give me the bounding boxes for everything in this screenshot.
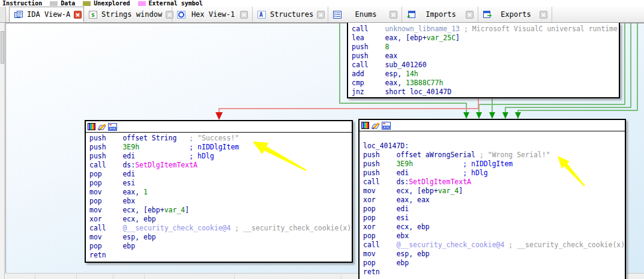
data-color-swatch [50,1,58,6]
tab-label: Enums [342,10,390,19]
asm-line[interactable]: call @__security_check_cookie@4 ; __secu… [89,224,352,233]
tab-exports[interactable]: Exports [478,7,552,22]
group-node-icon[interactable] [108,123,117,131]
unexplored-color-swatch [83,1,91,6]
svg-text:': ' [95,11,97,15]
asm-line[interactable]: xor eax, eax [363,196,625,205]
close-icon[interactable] [540,11,547,19]
tab-label: Imports [416,10,466,19]
tab-structures[interactable]: A Structures [253,7,328,22]
legend-item-instruction: Instruction [2,0,42,7]
asm-line[interactable]: lea eax, [ebp+var_25C] [352,34,619,43]
asm-line[interactable]: pop ebp [89,242,352,251]
legend-item-data: Data [50,0,75,7]
asm-line[interactable]: pop edi [363,205,625,214]
legend-label: Unexplored [94,0,130,7]
asm-line[interactable]: mov esp, ebp [89,233,352,242]
asm-line[interactable]: mov ecx, [ebp+var_4] [363,187,625,196]
asm-line[interactable]: xor ecx, ebp [89,215,352,224]
asm-line[interactable]: mov ecx, [ebp+var_4] [89,206,352,215]
enums-icon [333,10,342,19]
close-icon[interactable] [466,11,474,19]
node-header [86,121,352,133]
exports-icon [483,10,492,19]
asm-line[interactable]: pop ebx [363,232,625,241]
graph-node-entry[interactable]: call unknown_libname_13 ; Microsoft Visu… [347,23,620,98]
legend-item-unexplored: Unexplored [83,0,130,7]
asm-line[interactable]: retn [89,251,352,260]
tab-label: Hex View-1 [186,10,240,19]
close-icon[interactable] [240,11,248,19]
legend-label: Data [61,0,75,7]
tab-label: Exports [492,10,540,19]
group-node-icon[interactable] [382,122,391,130]
asm-line[interactable]: push 3E9h ; nIDDlgItem [363,160,625,169]
asm-line[interactable]: pop ebx [89,197,352,206]
color-legend-bar: Instruction Data Unexplored External sym… [0,0,644,7]
node-color-palette-icon[interactable] [361,122,369,129]
asm-line[interactable]: push edi ; hDlg [363,169,625,178]
tab-scroll-stub[interactable] [0,7,6,22]
edit-pencil-icon[interactable] [371,122,380,130]
tab-bar: IDA View-A s '' Strings window Hex View-… [0,7,644,23]
asm-line[interactable]: xor ecx, ebp [363,223,625,232]
asm-line[interactable]: call @__security_check_cookie@4 ; __secu… [363,241,625,250]
svg-text:A: A [259,11,263,18]
asm-line[interactable]: push 3E9h ; nIDDlgItem [89,143,352,152]
strings-icon: s '' [88,10,98,19]
asm-line[interactable]: retn [363,268,625,277]
asm-line[interactable]: call unknown_libname_13 ; Microsoft Visu… [352,25,619,34]
asm-line[interactable]: mov eax, 1 [89,188,352,197]
external-symbol-color-swatch [138,1,146,6]
tab-hex-view-1[interactable]: Hex View-1 [172,7,253,22]
hex-view-icon [176,10,186,19]
asm-line[interactable]: pop ebp [363,259,625,268]
structures-icon: A [257,10,266,19]
asm-line[interactable]: push 8 [352,43,619,52]
asm-line[interactable]: push eax [352,52,619,61]
close-icon[interactable] [74,11,82,19]
svg-text:': ' [89,11,92,15]
graph-node-wrong-serial[interactable]: loc_40147D:push offset aWrongSerial ; "W… [358,119,626,279]
asm-line[interactable]: loc_40147D: [363,142,625,151]
close-icon[interactable] [317,11,325,19]
tab-label: Structures [266,10,317,19]
asm-line[interactable]: jnz short loc_40147D [352,88,619,97]
graph-node-success[interactable]: push offset String ; "Success!"push 3E9h… [85,120,353,263]
legend-label: External symbol [149,0,203,7]
close-icon[interactable] [390,11,397,19]
asm-line[interactable] [363,133,625,142]
asm-line[interactable]: pop edi [89,170,352,179]
asm-line[interactable]: mov esp, ebp [363,250,625,259]
asm-line[interactable]: push edi ; hDlg [89,152,352,161]
asm-line[interactable]: push offset String ; "Success!" [89,134,352,143]
tab-enums[interactable]: Enums [328,7,402,22]
tab-label: IDA View-A [23,10,74,19]
asm-line[interactable]: call ds:SetDlgItemTextA [363,178,625,187]
imports-icon [406,10,416,19]
asm-line[interactable]: call sub_401260 [352,61,619,70]
tab-imports[interactable]: Imports [402,7,478,22]
node-header [360,120,625,131]
asm-line[interactable]: call ds:SetDlgItemTextA [89,161,352,170]
asm-line[interactable]: cmp eax, 13B88C77h [352,79,619,88]
vertical-scrollbar-thumb[interactable] [1,31,4,64]
asm-line[interactable]: pop esi [363,214,625,223]
legend-label: Instruction [2,0,42,7]
legend-item-external-symbol: External symbol [138,0,203,7]
close-icon[interactable] [166,11,173,19]
tab-ida-view-a[interactable]: IDA View-A [9,7,84,22]
tab-label: Strings window [98,10,166,19]
tab-strings-window[interactable]: s '' Strings window [84,7,172,22]
edit-pencil-icon[interactable] [97,123,106,131]
node-color-palette-icon[interactable] [88,123,95,130]
vertical-scrollbar[interactable] [0,23,5,279]
asm-line[interactable]: add esp, 14h [352,70,619,79]
ida-view-icon [14,10,23,19]
asm-line[interactable]: push offset aWrongSerial ; "Wrong Serial… [363,151,625,160]
asm-line[interactable]: pop esi [89,179,352,188]
